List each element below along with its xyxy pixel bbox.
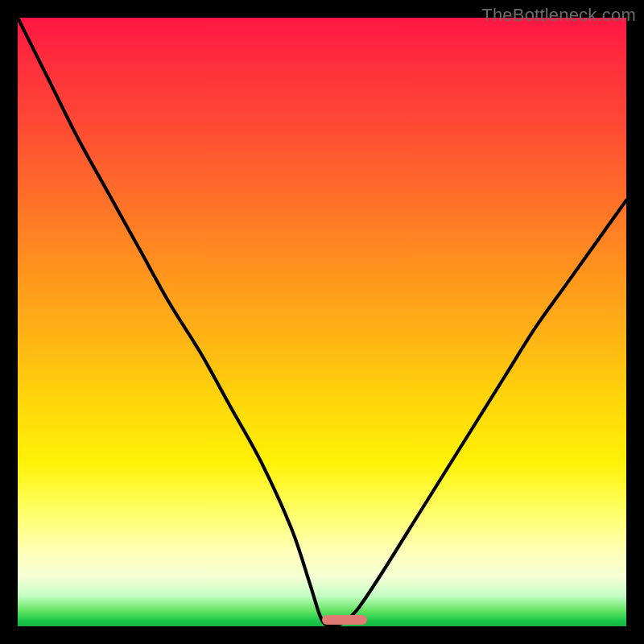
chart-stage: TheBottleneck.com xyxy=(0,0,644,644)
bottleneck-curve xyxy=(18,18,626,626)
watermark-text: TheBottleneck.com xyxy=(481,5,636,26)
optimal-range-marker xyxy=(322,615,367,625)
plot-area xyxy=(18,18,626,626)
